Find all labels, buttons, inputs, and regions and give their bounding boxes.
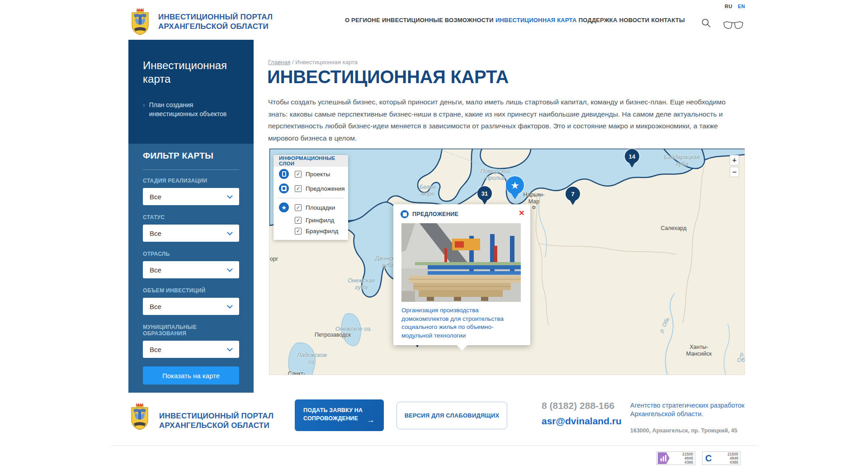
layer-label: Гринфилд (306, 217, 334, 224)
footer-phone[interactable]: 8 (8182) 288-166 (542, 400, 614, 411)
popup-type-label: ПРЕДЛОЖЕНИЕ (412, 211, 458, 217)
filter-group: ОТРАСЛЬ Все (143, 251, 239, 278)
map-marker-pin[interactable]: ★ (506, 176, 524, 199)
page-title: ИНВЕСТИЦИОННАЯ КАРТА (267, 67, 509, 87)
layer-checkbox[interactable]: ✓ (295, 204, 302, 211)
layer-label: Площадки (306, 204, 335, 211)
filter-select[interactable]: Все (143, 341, 239, 358)
search-icon[interactable] (701, 18, 712, 28)
map-marker-pin[interactable]: 7 (566, 187, 580, 205)
chevron-down-icon (227, 346, 233, 352)
layer-checkbox[interactable]: ✓ (295, 228, 302, 235)
layer-checkbox[interactable]: ✓ (295, 217, 302, 224)
nav-item-инвестиционные-возможности[interactable]: ИНВЕСТИЦИОННЫЕ ВОЗМОЖНОСТИ (382, 17, 494, 23)
lang-ru-button[interactable]: RU (725, 4, 732, 9)
footer-email-link[interactable]: asr@dvinaland.ru (542, 416, 622, 427)
popup-close-icon[interactable]: × (519, 208, 524, 217)
nav-item-о-регионе[interactable]: О РЕГИОНЕ (345, 17, 380, 23)
breadcrumb-home-link[interactable]: Главная (268, 59, 290, 66)
arrow-right-icon: → (367, 416, 375, 424)
sidebar-plan-label: План создания инвестиционных объектов (149, 100, 240, 118)
apply-button-line2: СОПРОВОЖДЕНИЕ (303, 414, 376, 422)
pin-tail (570, 200, 576, 205)
layers-rows: ✓ Проекты ✓ Предложения ★ ✓ Площадки ✓ Г… (274, 167, 348, 236)
pin-value: ★ (506, 176, 524, 194)
filter-select[interactable]: Все (143, 298, 239, 315)
filter-group: СТАТУС Все (143, 214, 239, 242)
layer-row: ✓ Предложения (274, 181, 348, 196)
counter-values: 2150048484386 (727, 452, 740, 465)
breadcrumb: Главная / Инвестиционная карта (268, 59, 358, 66)
breadcrumb-separator: / (290, 59, 295, 66)
filter-group: МУНИЦИПАЛЬНЫЕ ОБРАЗОВАНИЯ Все (143, 324, 239, 358)
map-popup-offer: ПРЕДЛОЖЕНИЕ × (393, 204, 530, 345)
sputnik-c-icon: C (705, 453, 712, 464)
pin-value: 7 (566, 187, 580, 201)
layer-icon: ★ (279, 202, 289, 212)
layer-row: ✓ Браунфилд (274, 225, 348, 236)
apply-button-line1: ПОДАТЬ ЗАЯВКУ НА (303, 406, 376, 414)
chevron-down-icon (227, 266, 233, 272)
filter-label: ОБЪЕМ ИНВЕСТИЦИЙ (143, 287, 239, 294)
filter-select[interactable]: Все (143, 188, 239, 205)
filter-label: СТАТУС (143, 214, 239, 221)
nav-item-инвестиционная-карта[interactable]: ИНВЕСТИЦИОННАЯ КАРТА (495, 17, 577, 23)
offer-title-link[interactable]: Организация производства домокомплектов … (401, 306, 511, 340)
visit-counter-badge-2[interactable]: C 2150048484386 (702, 451, 741, 465)
sidebar-title: Инвестиционная карта (143, 59, 240, 86)
apply-support-button[interactable]: ПОДАТЬ ЗАЯВКУ НА СОПРОВОЖДЕНИЕ → (295, 399, 384, 431)
layers-divider (278, 198, 344, 198)
coat-of-arms-icon (130, 7, 151, 36)
map-filter-panel: ФИЛЬТР КАРТЫ СТАДИЯ РЕАЛИЗАЦИИ Все СТАТУ… (128, 144, 254, 393)
nav-item-новости[interactable]: НОВОСТИ (619, 17, 649, 23)
filter-label: СТАДИЯ РЕАЛИЗАЦИИ (143, 178, 239, 184)
map-marker-pin[interactable]: 14 (625, 149, 639, 168)
map-zoom-in-button[interactable]: + (730, 155, 739, 165)
layer-icon (279, 183, 289, 193)
chevron-down-icon (227, 193, 233, 199)
show-on-map-button[interactable]: Показать на карте (143, 366, 239, 385)
map-zoom-out-button[interactable]: − (730, 167, 739, 177)
popup-header: ПРЕДЛОЖЕНИЕ (393, 204, 530, 218)
footer-agency-name: Агентство стратегических разработок Арха… (630, 401, 752, 418)
filter-panel-title: ФИЛЬТР КАРТЫ (143, 151, 239, 170)
layer-label: Предложения (306, 185, 345, 192)
layer-checkbox[interactable]: ✓ (295, 171, 302, 178)
filter-select[interactable]: Все (143, 261, 239, 278)
site-title: ИНВЕСТИЦИОННЫЙ ПОРТАЛ АРХАНГЕЛЬСКОЙ ОБЛА… (158, 12, 273, 31)
filter-label: ОТРАСЛЬ (143, 251, 239, 257)
filter-selected-value: Все (150, 303, 161, 310)
footer-logo[interactable] (129, 401, 150, 431)
sidebar: Инвестиционная карта › План создания инв… (128, 40, 254, 393)
filter-select[interactable]: Все (143, 225, 239, 242)
visit-counter-badge-1[interactable]: 2150048484386 (656, 451, 695, 465)
nav-item-контакты[interactable]: КОНТАКТЫ (651, 17, 684, 23)
map-marker-pin[interactable]: 31 (477, 186, 492, 205)
layer-row: ★ ✓ Площадки (274, 200, 348, 215)
pin-value: 14 (625, 149, 639, 164)
info-layers-panel: ИНФОРМАЦИОННЫЕ СЛОИ ✓ Проекты ✓ Предложе… (274, 155, 348, 240)
layer-icon (279, 169, 289, 179)
nav-item-поддержка[interactable]: ПОДДЕРЖКА (579, 17, 618, 23)
site-title-line1: ИНВЕСТИЦИОННЫЙ ПОРТАЛ (158, 12, 273, 22)
lang-en-button[interactable]: EN (738, 4, 745, 9)
footer-title-line1: ИНВЕСТИЦИОННЫЙ ПОРТАЛ (159, 411, 274, 421)
site-logo[interactable] (130, 7, 151, 36)
footer-address: 163000, Архангельск, пр. Троицкий, 45 (630, 427, 737, 434)
main-nav: О РЕГИОНЕИНВЕСТИЦИОННЫЕ ВОЗМОЖНОСТИИНВЕС… (345, 0, 685, 40)
layer-label: Проекты (306, 171, 330, 178)
offer-photo (401, 223, 521, 302)
counter-values: 2150048484386 (682, 452, 695, 465)
chevron-down-icon (227, 303, 233, 309)
accessibility-version-button[interactable]: ВЕРСИЯ ДЛЯ СЛАБОВИДЯЩИХ (396, 402, 507, 429)
sidebar-item-plan[interactable]: › План создания инвестиционных объектов (143, 100, 240, 118)
sidebar-header-block: Инвестиционная карта › План создания инв… (128, 40, 254, 144)
coat-of-arms-icon (129, 401, 150, 431)
filter-label: МУНИЦИПАЛЬНЫЕ ОБРАЗОВАНИЯ (143, 324, 239, 337)
layer-row: ✓ Проекты (274, 167, 348, 181)
investment-map[interactable]: Белое мореБайдарацкая губаПоморский прол… (269, 148, 745, 375)
accessibility-glasses-icon[interactable] (723, 21, 744, 30)
breadcrumb-current: Инвестиционная карта (295, 59, 358, 66)
layer-checkbox[interactable]: ✓ (295, 185, 302, 192)
filter-selected-value: Все (150, 346, 161, 353)
